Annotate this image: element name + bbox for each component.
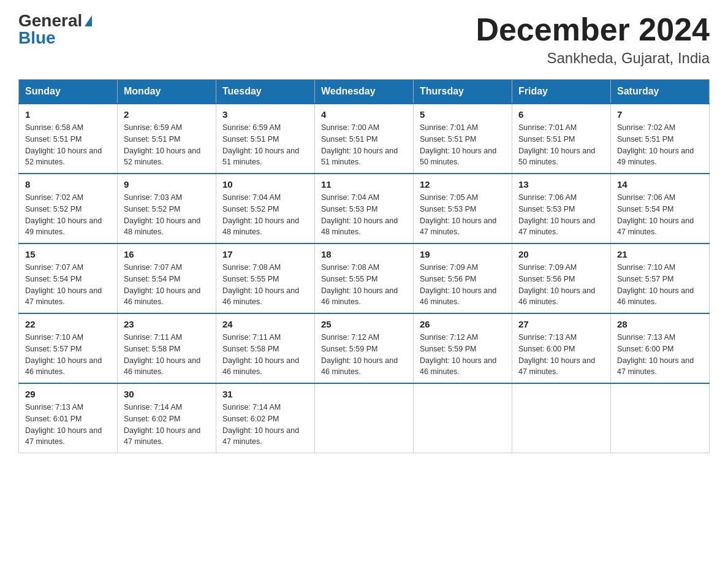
week-row-4: 22 Sunrise: 7:10 AMSunset: 5:57 PMDaylig… bbox=[19, 313, 710, 383]
day-number: 11 bbox=[321, 179, 407, 190]
calendar-cell: 8 Sunrise: 7:02 AMSunset: 5:52 PMDayligh… bbox=[19, 174, 118, 243]
calendar-cell: 7 Sunrise: 7:02 AMSunset: 5:51 PMDayligh… bbox=[611, 104, 710, 174]
day-info: Sunrise: 6:58 AMSunset: 5:51 PMDaylight:… bbox=[25, 122, 111, 168]
calendar-cell: 12 Sunrise: 7:05 AMSunset: 5:53 PMDaylig… bbox=[414, 174, 512, 243]
logo-blue-text: Blue bbox=[18, 29, 56, 47]
calendar-cell: 16 Sunrise: 7:07 AMSunset: 5:54 PMDaylig… bbox=[118, 243, 216, 313]
day-number: 6 bbox=[518, 109, 604, 120]
page-header: General Blue December 2024 Sankheda, Guj… bbox=[18, 12, 710, 67]
day-info: Sunrise: 7:03 AMSunset: 5:52 PMDaylight:… bbox=[124, 192, 210, 238]
day-number: 28 bbox=[617, 319, 703, 329]
day-number: 26 bbox=[420, 319, 506, 329]
calendar-cell: 22 Sunrise: 7:10 AMSunset: 5:57 PMDaylig… bbox=[19, 313, 118, 383]
calendar-cell: 21 Sunrise: 7:10 AMSunset: 5:57 PMDaylig… bbox=[611, 243, 710, 313]
day-number: 9 bbox=[124, 179, 210, 190]
day-info: Sunrise: 7:14 AMSunset: 6:02 PMDaylight:… bbox=[124, 402, 210, 448]
calendar-cell: 13 Sunrise: 7:06 AMSunset: 5:53 PMDaylig… bbox=[512, 174, 611, 243]
day-info: Sunrise: 7:10 AMSunset: 5:57 PMDaylight:… bbox=[25, 332, 111, 378]
day-info: Sunrise: 6:59 AMSunset: 5:51 PMDaylight:… bbox=[124, 122, 210, 168]
calendar-cell: 4 Sunrise: 7:00 AMSunset: 5:51 PMDayligh… bbox=[315, 104, 414, 174]
calendar-cell: 20 Sunrise: 7:09 AMSunset: 5:56 PMDaylig… bbox=[512, 243, 611, 313]
header-wednesday: Wednesday bbox=[315, 80, 414, 104]
header-saturday: Saturday bbox=[611, 80, 710, 104]
day-number: 18 bbox=[321, 249, 407, 259]
calendar-table: SundayMondayTuesdayWednesdayThursdayFrid… bbox=[18, 79, 710, 453]
calendar-cell: 2 Sunrise: 6:59 AMSunset: 5:51 PMDayligh… bbox=[118, 104, 216, 174]
day-number: 17 bbox=[222, 249, 308, 259]
calendar-cell bbox=[414, 383, 512, 453]
day-number: 29 bbox=[25, 389, 111, 399]
title-block: December 2024 Sankheda, Gujarat, India bbox=[476, 12, 710, 67]
week-row-3: 15 Sunrise: 7:07 AMSunset: 5:54 PMDaylig… bbox=[19, 243, 710, 313]
day-info: Sunrise: 7:13 AMSunset: 6:01 PMDaylight:… bbox=[25, 402, 111, 448]
calendar-cell: 10 Sunrise: 7:04 AMSunset: 5:52 PMDaylig… bbox=[216, 174, 315, 243]
day-info: Sunrise: 7:07 AMSunset: 5:54 PMDaylight:… bbox=[124, 262, 210, 308]
calendar-cell: 19 Sunrise: 7:09 AMSunset: 5:56 PMDaylig… bbox=[414, 243, 512, 313]
week-row-2: 8 Sunrise: 7:02 AMSunset: 5:52 PMDayligh… bbox=[19, 174, 710, 243]
day-number: 7 bbox=[617, 109, 703, 120]
day-number: 31 bbox=[222, 389, 308, 399]
week-row-5: 29 Sunrise: 7:13 AMSunset: 6:01 PMDaylig… bbox=[19, 383, 710, 453]
day-info: Sunrise: 7:04 AMSunset: 5:53 PMDaylight:… bbox=[321, 192, 407, 238]
calendar-cell: 28 Sunrise: 7:13 AMSunset: 6:00 PMDaylig… bbox=[611, 313, 710, 383]
day-info: Sunrise: 7:12 AMSunset: 5:59 PMDaylight:… bbox=[321, 332, 407, 378]
day-number: 14 bbox=[617, 179, 703, 190]
day-number: 27 bbox=[518, 319, 604, 329]
calendar-cell: 24 Sunrise: 7:11 AMSunset: 5:58 PMDaylig… bbox=[216, 313, 315, 383]
calendar-cell: 6 Sunrise: 7:01 AMSunset: 5:51 PMDayligh… bbox=[512, 104, 611, 174]
day-info: Sunrise: 7:08 AMSunset: 5:55 PMDaylight:… bbox=[222, 262, 308, 308]
day-number: 24 bbox=[222, 319, 308, 329]
day-info: Sunrise: 7:12 AMSunset: 5:59 PMDaylight:… bbox=[420, 332, 506, 378]
day-info: Sunrise: 7:08 AMSunset: 5:55 PMDaylight:… bbox=[321, 262, 407, 308]
day-info: Sunrise: 7:09 AMSunset: 5:56 PMDaylight:… bbox=[420, 262, 506, 308]
calendar-cell: 11 Sunrise: 7:04 AMSunset: 5:53 PMDaylig… bbox=[315, 174, 414, 243]
calendar-cell: 18 Sunrise: 7:08 AMSunset: 5:55 PMDaylig… bbox=[315, 243, 414, 313]
day-number: 1 bbox=[25, 109, 111, 120]
day-number: 20 bbox=[518, 249, 604, 259]
day-number: 19 bbox=[420, 249, 506, 259]
day-number: 15 bbox=[25, 249, 111, 259]
day-number: 3 bbox=[222, 109, 308, 120]
calendar-cell: 15 Sunrise: 7:07 AMSunset: 5:54 PMDaylig… bbox=[19, 243, 118, 313]
day-info: Sunrise: 7:07 AMSunset: 5:54 PMDaylight:… bbox=[25, 262, 111, 308]
calendar-cell: 26 Sunrise: 7:12 AMSunset: 5:59 PMDaylig… bbox=[414, 313, 512, 383]
calendar-cell: 14 Sunrise: 7:06 AMSunset: 5:54 PMDaylig… bbox=[611, 174, 710, 243]
week-row-1: 1 Sunrise: 6:58 AMSunset: 5:51 PMDayligh… bbox=[19, 104, 710, 174]
calendar-cell: 17 Sunrise: 7:08 AMSunset: 5:55 PMDaylig… bbox=[216, 243, 315, 313]
calendar-cell: 29 Sunrise: 7:13 AMSunset: 6:01 PMDaylig… bbox=[19, 383, 118, 453]
day-info: Sunrise: 7:14 AMSunset: 6:02 PMDaylight:… bbox=[222, 402, 308, 448]
day-info: Sunrise: 7:06 AMSunset: 5:54 PMDaylight:… bbox=[617, 192, 703, 238]
header-thursday: Thursday bbox=[414, 80, 512, 104]
calendar-cell: 3 Sunrise: 6:59 AMSunset: 5:51 PMDayligh… bbox=[216, 104, 315, 174]
day-number: 13 bbox=[518, 179, 604, 190]
calendar-cell bbox=[512, 383, 611, 453]
calendar-cell: 1 Sunrise: 6:58 AMSunset: 5:51 PMDayligh… bbox=[19, 104, 118, 174]
day-info: Sunrise: 7:04 AMSunset: 5:52 PMDaylight:… bbox=[222, 192, 308, 238]
day-info: Sunrise: 7:13 AMSunset: 6:00 PMDaylight:… bbox=[617, 332, 703, 378]
day-number: 30 bbox=[124, 389, 210, 399]
day-info: Sunrise: 7:05 AMSunset: 5:53 PMDaylight:… bbox=[420, 192, 506, 238]
day-info: Sunrise: 7:09 AMSunset: 5:56 PMDaylight:… bbox=[518, 262, 604, 308]
calendar-cell bbox=[611, 383, 710, 453]
day-info: Sunrise: 7:01 AMSunset: 5:51 PMDaylight:… bbox=[518, 122, 604, 168]
logo-triangle-icon bbox=[85, 15, 92, 26]
day-number: 23 bbox=[124, 319, 210, 329]
day-number: 22 bbox=[25, 319, 111, 329]
month-title: December 2024 bbox=[476, 12, 710, 47]
calendar-cell: 31 Sunrise: 7:14 AMSunset: 6:02 PMDaylig… bbox=[216, 383, 315, 453]
calendar-cell bbox=[315, 383, 414, 453]
day-info: Sunrise: 7:13 AMSunset: 6:00 PMDaylight:… bbox=[518, 332, 604, 378]
header-tuesday: Tuesday bbox=[216, 80, 315, 104]
header-sunday: Sunday bbox=[19, 80, 118, 104]
day-number: 8 bbox=[25, 179, 111, 190]
calendar-cell: 9 Sunrise: 7:03 AMSunset: 5:52 PMDayligh… bbox=[118, 174, 216, 243]
day-number: 12 bbox=[420, 179, 506, 190]
calendar-cell: 23 Sunrise: 7:11 AMSunset: 5:58 PMDaylig… bbox=[118, 313, 216, 383]
header-friday: Friday bbox=[512, 80, 611, 104]
header-monday: Monday bbox=[118, 80, 216, 104]
logo-general-text: General bbox=[18, 12, 82, 29]
day-info: Sunrise: 7:11 AMSunset: 5:58 PMDaylight:… bbox=[222, 332, 308, 378]
calendar-cell: 27 Sunrise: 7:13 AMSunset: 6:00 PMDaylig… bbox=[512, 313, 611, 383]
day-number: 16 bbox=[124, 249, 210, 259]
day-number: 4 bbox=[321, 109, 407, 120]
